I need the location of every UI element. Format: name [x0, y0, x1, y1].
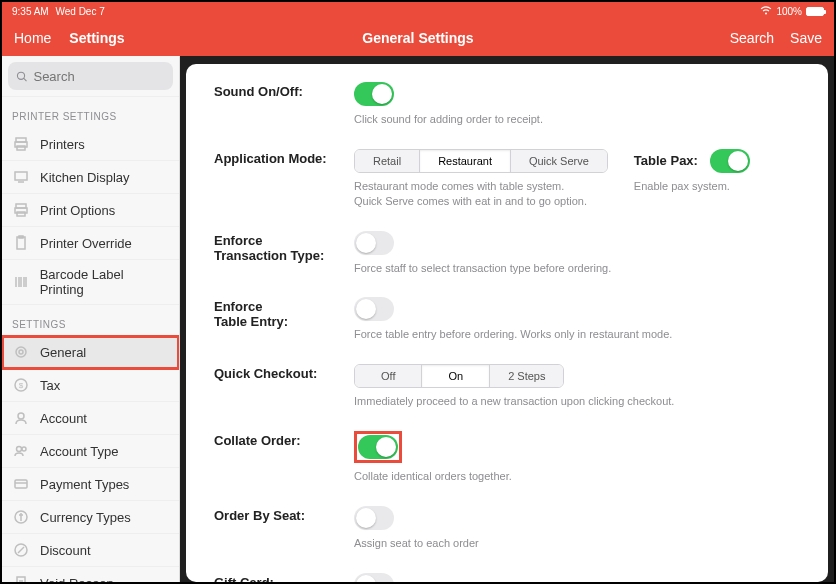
svg-rect-7 [17, 212, 25, 216]
svg-rect-3 [15, 172, 27, 180]
pax-desc: Enable pax system. [634, 179, 750, 194]
quick-checkout-desc: Immediately proceed to a new transaction… [354, 394, 800, 409]
giftcard-toggle[interactable] [354, 573, 394, 582]
svg-text:$: $ [19, 381, 24, 390]
sidebar: PRINTER SETTINGS Printers Kitchen Displa… [2, 56, 180, 582]
status-bar: 9:35 AM Wed Dec 7 100% [2, 2, 834, 20]
appmode-label: Application Mode: [214, 149, 354, 166]
payment-icon [12, 475, 30, 493]
collate-desc: Collate identical orders together. [354, 469, 800, 484]
sidebar-item-void-reason[interactable]: Void Reason [2, 567, 179, 582]
enforce-txn-desc: Force staff to select transaction type b… [354, 261, 800, 276]
giftcard-label: Gift Card: [214, 573, 354, 582]
appmode-retail[interactable]: Retail [355, 150, 420, 172]
sound-label: Sound On/Off: [214, 82, 354, 99]
sidebar-item-printers[interactable]: Printers [2, 128, 179, 161]
quick-checkout-segmented: Off On 2 Steps [354, 364, 564, 388]
enforce-table-label: EnforceTable Entry: [214, 297, 354, 329]
barcode-icon [12, 273, 30, 291]
orderbyseat-toggle[interactable] [354, 506, 394, 530]
svg-point-16 [19, 350, 23, 354]
enforce-table-toggle[interactable] [354, 297, 394, 321]
collate-toggle[interactable] [358, 435, 398, 459]
svg-rect-22 [15, 480, 27, 488]
section-settings: SETTINGS [2, 305, 179, 336]
enforce-txn-toggle[interactable] [354, 231, 394, 255]
enforce-txn-label: EnforceTransaction Type: [214, 231, 354, 263]
status-time: 9:35 AM [12, 6, 49, 17]
sidebar-item-account[interactable]: Account [2, 402, 179, 435]
currency-icon [12, 508, 30, 526]
sidebar-item-account-type[interactable]: Account Type [2, 435, 179, 468]
search-input[interactable] [33, 69, 165, 84]
sidebar-item-general[interactable]: General [2, 336, 179, 369]
collate-highlight [354, 431, 402, 463]
sidebar-item-kitchen-display[interactable]: Kitchen Display [2, 161, 179, 194]
svg-point-20 [17, 447, 22, 452]
section-printer-settings: PRINTER SETTINGS [2, 97, 179, 128]
nav-bar: Home Settings General Settings Search Sa… [2, 20, 834, 56]
pax-toggle[interactable] [710, 149, 750, 173]
appmode-segmented: Retail Restaurant Quick Serve [354, 149, 608, 173]
page-title: General Settings [2, 30, 834, 46]
sidebar-item-tax[interactable]: $ Tax [2, 369, 179, 402]
nav-search[interactable]: Search [730, 30, 774, 46]
svg-point-15 [16, 347, 26, 357]
appmode-desc: Restaurant mode comes with table system.… [354, 179, 608, 209]
svg-rect-2 [17, 146, 25, 150]
nav-settings[interactable]: Settings [69, 30, 124, 46]
battery-text: 100% [776, 6, 802, 17]
account-type-icon [12, 442, 30, 460]
svg-rect-8 [17, 237, 25, 249]
enforce-table-desc: Force table entry before ordering. Works… [354, 327, 800, 342]
sidebar-item-printer-override[interactable]: Printer Override [2, 227, 179, 260]
sound-desc: Click sound for adding order to receipt. [354, 112, 800, 127]
search-field[interactable] [8, 62, 173, 90]
search-icon [16, 70, 27, 83]
quick-checkout-off[interactable]: Off [355, 365, 422, 387]
quick-checkout-on[interactable]: On [422, 365, 490, 387]
print-options-icon [12, 201, 30, 219]
nav-home[interactable]: Home [14, 30, 51, 46]
appmode-quickserve[interactable]: Quick Serve [511, 150, 607, 172]
nav-save[interactable]: Save [790, 30, 822, 46]
discount-icon [12, 541, 30, 559]
sidebar-item-barcode-label[interactable]: Barcode Label Printing [2, 260, 179, 305]
battery-icon [806, 7, 824, 16]
status-date: Wed Dec 7 [55, 6, 104, 17]
sound-toggle[interactable] [354, 82, 394, 106]
display-icon [12, 168, 30, 186]
void-icon [12, 574, 30, 582]
quick-checkout-2steps[interactable]: 2 Steps [490, 365, 563, 387]
wifi-icon [760, 6, 772, 17]
gear-icon [12, 343, 30, 361]
svg-point-21 [22, 447, 26, 451]
sidebar-item-print-options[interactable]: Print Options [2, 194, 179, 227]
sidebar-item-payment-types[interactable]: Payment Types [2, 468, 179, 501]
collate-label: Collate Order: [214, 431, 354, 448]
sidebar-item-currency-types[interactable]: Currency Types [2, 501, 179, 534]
tax-icon: $ [12, 376, 30, 394]
svg-line-28 [18, 547, 24, 553]
clipboard-icon [12, 234, 30, 252]
orderbyseat-label: Order By Seat: [214, 506, 354, 523]
orderbyseat-desc: Assign seat to each order [354, 536, 800, 551]
pax-label: Table Pax: [634, 153, 698, 168]
account-icon [12, 409, 30, 427]
appmode-restaurant[interactable]: Restaurant [420, 150, 511, 172]
svg-point-19 [18, 413, 24, 419]
settings-card: Sound On/Off: Click sound for adding ord… [186, 64, 828, 582]
quick-checkout-label: Quick Checkout: [214, 364, 354, 381]
sidebar-item-discount[interactable]: Discount [2, 534, 179, 567]
printer-icon [12, 135, 30, 153]
